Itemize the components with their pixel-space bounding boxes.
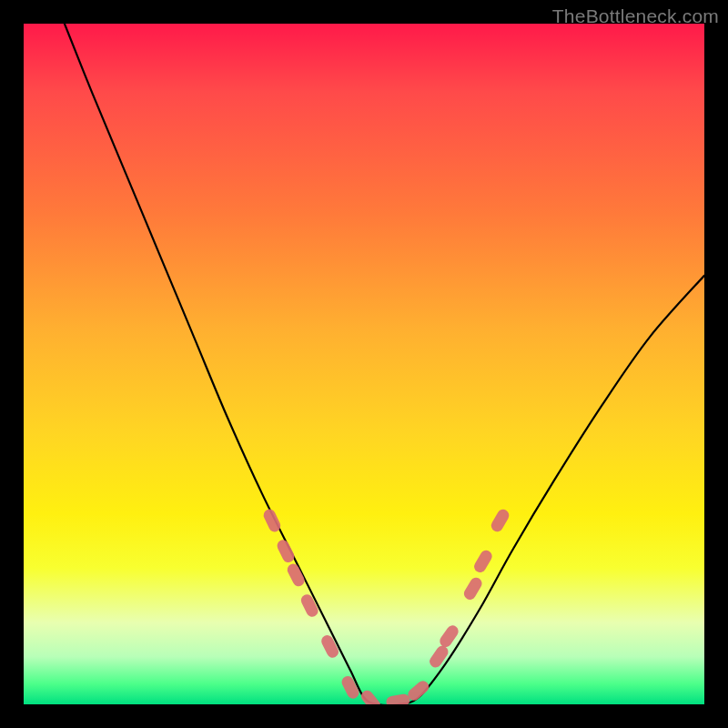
watermark-text: TheBottleneck.com [552, 5, 719, 27]
highlighted-point [472, 548, 494, 574]
chart-plot-area [24, 24, 704, 704]
highlighted-point [275, 538, 296, 564]
highlighted-point [489, 507, 511, 533]
chart-svg [24, 24, 704, 704]
highlighted-point [359, 688, 382, 704]
highlighted-points-group [262, 507, 511, 704]
highlighted-point [428, 643, 450, 670]
highlighted-point [462, 575, 484, 602]
bottleneck-curve-line [65, 24, 704, 704]
highlighted-point [386, 693, 411, 704]
